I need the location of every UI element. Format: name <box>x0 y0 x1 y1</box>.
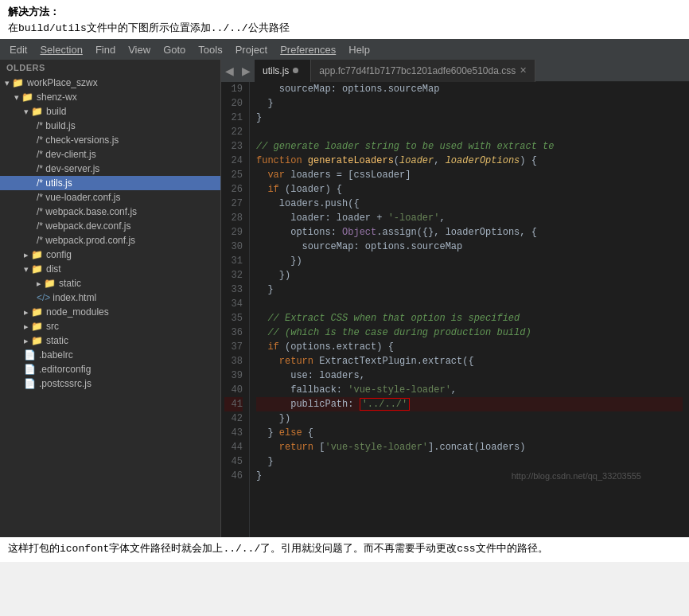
folder-open-icon: ▾ <box>24 264 29 275</box>
tree-item-label: index.html <box>53 292 96 303</box>
folder-closed-icon: ▸ <box>24 336 29 346</box>
tree-item-label: /* vue-loader.conf.js <box>37 192 120 203</box>
tree-item-label: /* utils.js <box>37 177 72 189</box>
tab-close-icon[interactable]: ✕ <box>520 65 527 76</box>
tree-item-label: .editorconfig <box>39 364 91 375</box>
code-line-27: loaders.push({ <box>256 197 683 211</box>
tree-item-editorconfig[interactable]: 📄.editorconfig <box>0 362 220 376</box>
code-line-46: }http://blog.csdn.net/qq_33203555 <box>256 469 683 483</box>
tab-utils-js[interactable]: utils.js <box>255 60 311 82</box>
tree-item-label: .babelrc <box>39 349 73 361</box>
folder-closed-icon: ▸ <box>37 279 41 289</box>
code-line-20: } <box>256 96 683 111</box>
menu-help[interactable]: Help <box>342 42 376 57</box>
code-line-43: } else { <box>256 426 683 440</box>
tree-item-shenz-wx[interactable]: ▾ 📁 shenz-wx <box>0 90 220 104</box>
code-line-38: return ExtractTextPlugin.extract({ <box>256 354 683 368</box>
folder-open-icon: ▾ <box>5 78 10 88</box>
bottom-text-content: 这样打包的iconfont字体文件路径时就会加上../../了。引用就没问题了。… <box>8 543 548 555</box>
code-editor[interactable]: sourceMap: options.sourceMap } } // gene… <box>250 82 689 537</box>
tab-bar: ◀ ▶ utils.js app.fc77d4f1b7177bc1201adfe… <box>221 60 689 82</box>
tree-item-build-js[interactable]: /* build.js <box>0 119 220 133</box>
tree-item-index-html[interactable]: </>index.html <box>0 290 220 305</box>
menu-project[interactable]: Project <box>229 42 274 57</box>
tree-item-workplace-szw[interactable]: ▾ 📁 workPlace_szwx <box>0 76 220 90</box>
tree-item-label: build <box>46 106 66 117</box>
tree-item-node-modules[interactable]: ▸ 📁 node_modules <box>0 305 220 319</box>
menu-tools[interactable]: Tools <box>192 42 228 57</box>
tree-item-label: /* webpack.dev.conf.js <box>37 220 131 232</box>
code-container: 19 20 21 22 23 24 25 26 27 28 29 30 31 3… <box>221 82 689 537</box>
tab-css-file[interactable]: app.fc77d4f1b7177bc1201adfe600e510da.css… <box>311 60 535 82</box>
code-line-45: } <box>256 454 683 469</box>
tree-item-label: config <box>46 249 72 260</box>
code-line-24: function generateLoaders(loader, loaderO… <box>256 154 683 168</box>
folder-open-icon: ▾ <box>14 92 19 103</box>
tree-item-label: shenz-wx <box>37 92 77 103</box>
folder-closed-icon: ▸ <box>24 250 29 260</box>
tree-item-dist[interactable]: ▾ 📁 dist <box>0 262 220 276</box>
folder-open-icon: ▾ <box>24 107 29 117</box>
tree-item-vue-loader[interactable]: /* vue-loader.conf.js <box>0 190 220 205</box>
tree-item-utils-js[interactable]: /* utils.js <box>0 176 220 190</box>
code-line-25: var loaders = [cssLoader] <box>256 168 683 182</box>
tree-item-babelrc[interactable]: 📄.babelrc <box>0 348 220 362</box>
explanation-desc: 在build/utils文件中的下图所示位置添加../../公共路径 <box>8 22 290 34</box>
menu-view[interactable]: View <box>122 42 157 57</box>
tree-item-label: workPlace_szwx <box>27 77 98 88</box>
tab-nav-right[interactable]: ▶ <box>238 60 255 82</box>
tree-item-webpack-base[interactable]: /* webpack.base.conf.js <box>0 205 220 219</box>
code-line-40: fallback: 'vue-style-loader', <box>256 383 683 397</box>
folder-closed-icon: ▸ <box>24 322 29 332</box>
tree-item-label: /* check-versions.js <box>37 135 119 146</box>
sidebar-header: OLDERS <box>0 60 220 76</box>
code-line-39: use: loaders, <box>256 368 683 383</box>
tree-item-label: /* build.js <box>37 120 76 131</box>
tree-item-src[interactable]: ▸ 📁 src <box>0 319 220 333</box>
tab-label: app.fc77d4f1b7177bc1201adfe600e510da.css <box>319 65 516 76</box>
tree-item-label: static <box>59 278 81 289</box>
tree-item-static[interactable]: ▸ 📁 static <box>0 276 220 290</box>
line-numbers: 19 20 21 22 23 24 25 26 27 28 29 30 31 3… <box>221 82 250 537</box>
tree-item-webpack-dev[interactable]: /* webpack.dev.conf.js <box>0 219 220 233</box>
tree-item-webpack-prod[interactable]: /* webpack.prod.conf.js <box>0 233 220 248</box>
menu-preferences[interactable]: Preferences <box>274 42 342 57</box>
tree-item-config[interactable]: ▸ 📁 config <box>0 248 220 262</box>
code-line-29: options: Object.assign({}, loaderOptions… <box>256 225 683 240</box>
menu-selection[interactable]: Selection <box>33 42 88 57</box>
menu-find[interactable]: Find <box>89 42 122 57</box>
tree-item-label: node_modules <box>46 306 109 318</box>
tree-item-static2[interactable]: ▸ 📁 static <box>0 333 220 348</box>
menu-bar: Edit Selection Find View Goto Tools Proj… <box>0 39 689 60</box>
top-explanation: 解决方法： 在build/utils文件中的下图所示位置添加../../公共路径 <box>0 0 689 39</box>
code-line-35: // Extract CSS when that option is speci… <box>256 311 683 326</box>
code-line-22 <box>256 125 683 139</box>
code-line-41: publicPath: '../../' <box>256 397 683 411</box>
code-line-28: loader: loader + '-loader', <box>256 211 683 225</box>
tree-item-dev-server[interactable]: /* dev-server.js <box>0 162 220 176</box>
tree-item-label: src <box>46 321 59 332</box>
tree-item-build[interactable]: ▾ 📁 build <box>0 104 220 119</box>
tree-item-dev-client[interactable]: /* dev-client.js <box>0 147 220 162</box>
tree-item-label: /* webpack.prod.conf.js <box>37 235 135 246</box>
code-line-36: // (which is the case during production … <box>256 326 683 340</box>
code-line-34 <box>256 297 683 311</box>
code-line-30: sourceMap: options.sourceMap <box>256 240 683 254</box>
tree-item-postcssrc[interactable]: 📄.postcssrc.js <box>0 376 220 391</box>
main-area: OLDERS ▾ 📁 workPlace_szwx ▾ 📁 shenz-wx ▾… <box>0 60 689 537</box>
bottom-explanation: 这样打包的iconfont字体文件路径时就会加上../../了。引用就没问题了。… <box>0 537 689 562</box>
code-line-37: if (options.extract) { <box>256 340 683 354</box>
tree-item-label: .postcssrc.js <box>39 378 91 389</box>
code-line-32: }) <box>256 268 683 283</box>
tree-item-label: /* webpack.base.conf.js <box>37 206 137 217</box>
code-line-23: // generate loader string to be used wit… <box>256 139 683 154</box>
menu-edit[interactable]: Edit <box>3 42 33 57</box>
menu-goto[interactable]: Goto <box>157 42 192 57</box>
code-line-21: } <box>256 111 683 125</box>
code-line-44: return ['vue-style-loader'].concat(loade… <box>256 440 683 454</box>
tab-nav-left[interactable]: ◀ <box>221 60 238 82</box>
tree-item-check-versions[interactable]: /* check-versions.js <box>0 133 220 147</box>
code-line-33: } <box>256 283 683 297</box>
tab-label: utils.js <box>263 65 289 76</box>
tree-item-label: /* dev-server.js <box>37 163 99 174</box>
